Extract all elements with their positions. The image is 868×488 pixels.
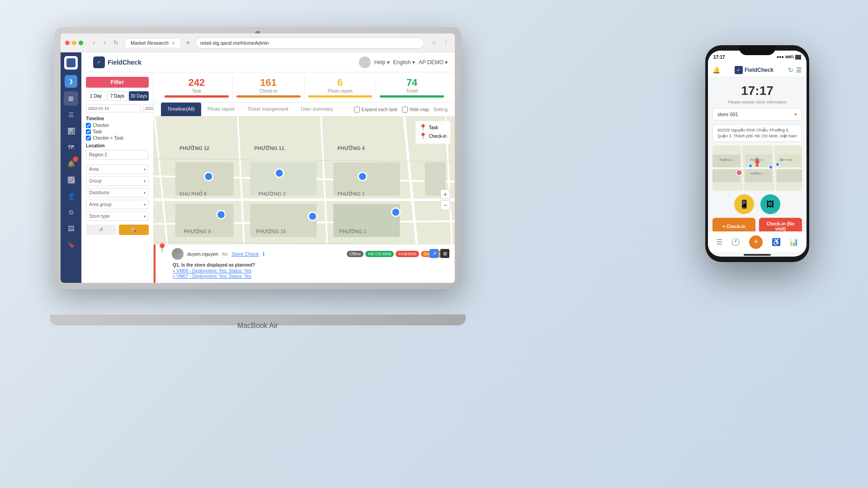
maximize-window-btn[interactable] bbox=[79, 41, 83, 45]
7-days-button[interactable]: 7 Days bbox=[107, 91, 127, 101]
expand-task-checkbox[interactable] bbox=[354, 107, 360, 113]
phone-camera-icon[interactable]: 📱 bbox=[734, 194, 754, 214]
group-select[interactable]: Group bbox=[86, 176, 149, 186]
user-avatar-small bbox=[172, 248, 184, 260]
app-logo bbox=[64, 56, 78, 70]
distributor-select[interactable]: Distributor bbox=[86, 188, 149, 197]
hide-map-checkbox-label: Hide map bbox=[402, 107, 429, 113]
store-link[interactable]: Store Check bbox=[231, 251, 259, 257]
no-visit-button[interactable]: Check-in (No visit) bbox=[759, 218, 802, 231]
account-chevron-icon: ▾ bbox=[445, 59, 448, 66]
phone-time: 17:17 bbox=[713, 55, 725, 60]
svg-text:KHU PHỐ 6: KHU PHỐ 6 bbox=[179, 191, 207, 197]
phone-screen: 17:17 ●●● WiFi ▓▓ 🔔 ✓ FieldCheck ↻ ☰ 17:… bbox=[708, 51, 807, 257]
checkin-button[interactable]: + Check-in bbox=[712, 218, 755, 231]
phone-brand: ✓ FieldCheck bbox=[735, 66, 774, 74]
tab-ticket-management[interactable]: Ticket mangement bbox=[241, 103, 294, 116]
store-type-select[interactable]: Store type bbox=[86, 211, 149, 221]
phone-brand-name: FieldCheck bbox=[745, 67, 774, 73]
date-range bbox=[86, 104, 149, 113]
back-button[interactable]: ‹ bbox=[90, 38, 99, 47]
area-select[interactable]: Area bbox=[86, 164, 149, 174]
task-pin-icon: 📍 bbox=[419, 124, 427, 131]
svg-point-46 bbox=[308, 212, 316, 221]
svg-point-42 bbox=[275, 169, 283, 177]
reload-button[interactable]: ↻ bbox=[111, 38, 120, 47]
phone-nav-chart-icon[interactable]: 📊 bbox=[789, 238, 798, 246]
date-from-input[interactable] bbox=[86, 104, 141, 113]
forward-button[interactable]: › bbox=[100, 38, 109, 47]
svg-text:PHƯỜNG 9: PHƯỜNG 9 bbox=[184, 229, 211, 234]
store-name: store 001 bbox=[717, 112, 738, 117]
phone-nav-clock-icon[interactable]: 🕐 bbox=[731, 238, 740, 246]
sidebar-toggle-button[interactable]: ❯ bbox=[65, 75, 77, 88]
expand-task-label: Expand each task bbox=[362, 107, 398, 112]
sidebar-item-list[interactable]: ☰ bbox=[64, 108, 78, 122]
svg-text:PHƯỜNG 1: PHƯỜNG 1 bbox=[339, 229, 366, 234]
sidebar-item-route[interactable]: 🗺 bbox=[64, 140, 78, 155]
zoom-out-button[interactable]: − bbox=[440, 200, 450, 210]
filter-panel: Filter 1 Day 7 Days 30 Days bbox=[81, 72, 154, 283]
laptop-body: ‹ › ↻ Market Research ✕ + retail-stg.qan… bbox=[54, 27, 461, 289]
hide-map-checkbox[interactable] bbox=[402, 107, 408, 113]
sidebar-item-misc[interactable]: 🔖 bbox=[64, 238, 78, 252]
checkin-task-checkbox[interactable] bbox=[86, 136, 91, 141]
sidebar-item-users[interactable]: 👤 bbox=[64, 189, 78, 203]
phone-refresh-icon[interactable]: ↻ bbox=[788, 66, 793, 74]
sidebar-item-settings[interactable]: ⚙ bbox=[64, 205, 78, 220]
close-tab-icon[interactable]: ✕ bbox=[171, 41, 175, 46]
sidebar-item-image[interactable]: 🖼 bbox=[64, 221, 78, 236]
date-to-input[interactable] bbox=[143, 104, 154, 113]
phone-home-indicator[interactable] bbox=[744, 254, 771, 256]
answer-vm06[interactable]: » VM06 - Deployment: Yes; Status: Yes bbox=[173, 268, 449, 273]
help-button[interactable]: Help ▾ bbox=[374, 59, 390, 66]
1-day-button[interactable]: 1 Day bbox=[86, 91, 106, 101]
more-options-button[interactable]: ⋮ bbox=[441, 38, 450, 47]
phone-bell-icon[interactable]: 🔔 bbox=[712, 66, 720, 74]
sidebar-item-home[interactable]: ⊞ bbox=[64, 91, 78, 106]
clear-filter-button[interactable]: ↺ bbox=[86, 225, 116, 235]
phone-menu-icon[interactable]: ☰ bbox=[796, 66, 802, 74]
account-button[interactable]: AP DEMO ▾ bbox=[419, 59, 448, 66]
phone-nav-add-button[interactable]: + bbox=[749, 235, 763, 249]
sidebar-item-chart[interactable]: 📊 bbox=[64, 124, 78, 138]
language-button[interactable]: English ▾ bbox=[393, 59, 415, 66]
area-group-filter-wrapper: Area group bbox=[86, 200, 149, 209]
phone-nav-list-icon[interactable]: ☰ bbox=[716, 238, 722, 246]
close-window-btn[interactable] bbox=[65, 41, 70, 45]
add-tab-button[interactable]: + bbox=[184, 38, 193, 47]
answer-vm07[interactable]: » VM07 - Deployment: Yes; Status: Yes bbox=[173, 274, 449, 279]
task-checkbox[interactable] bbox=[86, 129, 91, 134]
expand-task-checkbox-label: Expand each task bbox=[354, 107, 398, 113]
svg-rect-15 bbox=[250, 162, 316, 196]
sidebar-item-analytics[interactable]: 📈 bbox=[64, 173, 78, 187]
checkin-label: Check-in bbox=[236, 89, 301, 94]
search-filter-button[interactable]: 🔍 bbox=[119, 225, 149, 235]
30-days-button[interactable]: 30 Days bbox=[129, 91, 149, 101]
browser-chrome: ‹ › ↻ Market Research ✕ + retail-stg.qan… bbox=[61, 33, 455, 52]
phone-image-icon[interactable]: 🖼 bbox=[760, 194, 780, 214]
location-input[interactable] bbox=[86, 150, 149, 160]
checkin-checkbox[interactable] bbox=[86, 123, 91, 128]
sidebar-item-notifications[interactable]: 🔔 bbox=[64, 156, 78, 171]
url-bar[interactable]: retail-stg.qand.me/HomeAdmin bbox=[195, 37, 424, 49]
minimize-window-btn[interactable] bbox=[72, 41, 76, 45]
store-type-filter-wrapper: Store type bbox=[86, 211, 149, 221]
setting-link[interactable]: Setting bbox=[434, 107, 448, 112]
browser-tab[interactable]: Market Research ✕ bbox=[125, 38, 181, 47]
svg-point-43 bbox=[359, 172, 367, 180]
zoom-in-button[interactable]: + bbox=[440, 189, 450, 199]
phone-store-select[interactable]: store 001 ▾ bbox=[712, 108, 802, 121]
body-layout: Filter 1 Day 7 Days 30 Days bbox=[81, 72, 455, 283]
tab-title: Market Research bbox=[131, 40, 169, 46]
legend-checkin: 📍 Check-in bbox=[419, 132, 447, 140]
phone-nav-person-icon[interactable]: ♿ bbox=[772, 238, 781, 246]
share-icon[interactable]: ↗ bbox=[429, 249, 439, 258]
tab-photo-report[interactable]: Photo report bbox=[201, 103, 241, 116]
grid-icon[interactable]: ⊞ bbox=[440, 249, 449, 258]
tab-timeline-all[interactable]: Timeline(All) bbox=[161, 103, 201, 116]
phone-body: 17:17 Please register store information … bbox=[708, 77, 807, 231]
bookmark-button[interactable]: ☆ bbox=[429, 38, 439, 47]
area-group-select[interactable]: Area group bbox=[86, 200, 149, 209]
tab-user-summary[interactable]: User summary bbox=[294, 103, 340, 116]
